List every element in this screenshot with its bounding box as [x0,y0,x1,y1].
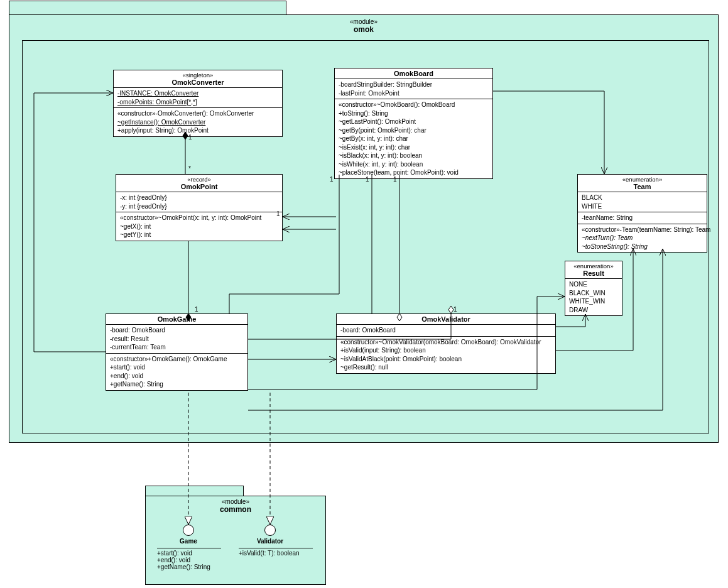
op: ~getLastPoint(): OmokPoint [339,117,489,126]
op: +start(): void [110,363,244,372]
attr: -omokPoints: OmokPoint[*,*] [117,98,278,107]
attr: -teanName: String [582,214,703,222]
class-omokvalidator-attrs: -board: OmokBoard [337,325,555,337]
attr: -x: int {readOnly} [120,193,278,202]
op: +isValid(input: String): boolean [340,346,551,355]
op: ~placeStone(team, point: OmokPoint): voi… [339,168,489,177]
interface-validator-ops: +isValid(t: T): boolean [239,548,313,557]
op: +end(): void [110,372,244,381]
op: ~isBlack(x: int, y: int): boolean [339,151,489,160]
class-omokvalidator-ops: «constructor»~OmokValidator(omokBoard: O… [337,337,555,373]
class-omokboard-attrs: -boardStringBuilder: StringBuilder -last… [335,79,492,99]
op: ~isExist(x: int, y: int): char [339,143,489,152]
op: ~getBy(point: OmokPoint): char [339,126,489,135]
class-omokconverter: «singleton» OmokConverter -INSTANCE: Omo… [113,70,283,137]
class-omokpoint-ops: «constructor»~OmokPoint(x: int, y: int):… [116,212,282,241]
class-omokboard-ops: «constructor»~OmokBoard(): OmokBoard +to… [335,99,492,178]
class-omokgame-ops: «constructor»+OmokGame(): OmokGame +star… [106,354,247,390]
literal: WHITE_WIN [569,297,618,306]
class-omokgame: OmokGame -board: OmokBoard -result: Resu… [106,313,248,391]
op: ~isValidAtBlack(point: OmokPoint): boole… [340,355,551,364]
package-omok-stereo: «module» [350,18,378,25]
op: +start(): void [157,550,221,557]
class-result-stereo: «enumeration» [568,263,619,270]
op: +apply(input: String): OmokPoint [117,126,278,135]
op: ~nextTurn(): Team [582,234,703,242]
mult-board-mid: 1 [366,176,369,183]
attr: -INSTANCE: OmokConverter [117,89,278,98]
class-omokpoint-attrs: -x: int {readOnly} -y: int {readOnly} [116,192,282,212]
class-team-stereo: «enumeration» [580,176,704,183]
mult-point-game: 1 [195,306,198,313]
class-omokboard: OmokBoard -boardStringBuilder: StringBui… [334,68,493,179]
literal: DRAW [569,306,618,315]
class-omokgame-attrs: -board: OmokBoard -result: Result -curre… [106,325,247,354]
package-omok-name: omok [354,25,374,34]
op: +toString(): String [339,109,489,118]
op: +getName(): String [157,564,221,570]
mult-board-left: 1 [330,176,334,183]
class-team-name: Team [580,183,704,190]
attr: -board: OmokBoard [110,326,244,335]
literal: WHITE [582,202,703,211]
op: «constructor»~OmokValidator(omokBoard: O… [340,338,551,347]
mult-conv-top: 1 [188,134,192,141]
op: ~getBy(x: int, y: int): char [339,134,489,143]
package-common-stereo: «module» [222,498,249,505]
class-team: «enumeration» Team BLACK WHITE -teanName… [577,174,707,253]
op: «constructor»~OmokBoard(): OmokBoard [339,101,489,109]
class-omokpoint-name: OmokPoint [119,183,280,190]
mult-validator-game: 1 [454,306,457,313]
op: «constructor»+OmokGame(): OmokGame [110,355,244,364]
package-common-name: common [220,505,251,514]
mult-conv-bottom: * [188,165,191,172]
attr: -board: OmokBoard [340,326,551,335]
attr: -currentTeam: Team [110,343,244,352]
package-common-title: «module» common [146,496,325,515]
literal: BLACK_WIN [569,289,618,298]
op: ~toStoneString(): String [582,242,703,251]
attr: -boardStringBuilder: StringBuilder [339,80,489,89]
mult-board-right: 1 [393,176,397,183]
class-omokconverter-name: OmokConverter [116,79,280,86]
class-omokconverter-ops: «constructor»-OmokConverter(): OmokConve… [114,108,282,136]
class-result: «enumeration» Result NONE BLACK_WIN WHIT… [565,261,622,316]
op: ~getY(): int [120,231,278,239]
class-omokgame-name: OmokGame [109,315,245,323]
class-omokconverter-attrs: -INSTANCE: OmokConverter -omokPoints: Om… [114,88,282,108]
class-omokpoint-stereo: «record» [119,176,280,183]
package-common-tab [145,486,244,496]
literal: BLACK [582,193,703,202]
op: ~getInstance(): OmokConverter [117,118,278,127]
class-omokvalidator-name: OmokValidator [339,315,553,323]
op: ~isWhite(x: int, y: int): boolean [339,160,489,169]
interface-game-circle [183,525,194,536]
class-result-name: Result [568,270,619,277]
op: +getName(): String [110,380,244,389]
class-omokconverter-stereo: «singleton» [116,72,280,79]
package-omok-title: «module» omok [9,15,718,35]
op: «constructor»-Team(teamName: String): Te… [582,226,703,234]
interface-validator-name: Validator [251,538,289,545]
class-omokboard-name: OmokBoard [337,70,490,77]
op: +isValid(t: T): boolean [239,550,313,557]
literal: NONE [569,280,618,289]
op: +end(): void [157,557,221,564]
op: ~getResult(): null [340,363,551,372]
attr: -lastPoint: OmokPoint [339,89,489,98]
package-omok-tab [9,1,286,15]
attr: -result: Result [110,335,244,344]
mult-board-point: 1 [276,210,280,217]
op: «constructor»-OmokConverter(): OmokConve… [117,109,278,118]
interface-validator-circle [264,525,276,536]
attr: -y: int {readOnly} [120,202,278,211]
class-omokpoint: «record» OmokPoint -x: int {readOnly} -y… [116,174,283,241]
class-omokvalidator: OmokValidator -board: OmokBoard «constru… [336,313,556,374]
interface-game-ops: +start(): void +end(): void +getName(): … [157,548,221,570]
op: «constructor»~OmokPoint(x: int, y: int):… [120,214,278,222]
interface-game-name: Game [170,538,207,545]
op: ~getX(): int [120,222,278,231]
